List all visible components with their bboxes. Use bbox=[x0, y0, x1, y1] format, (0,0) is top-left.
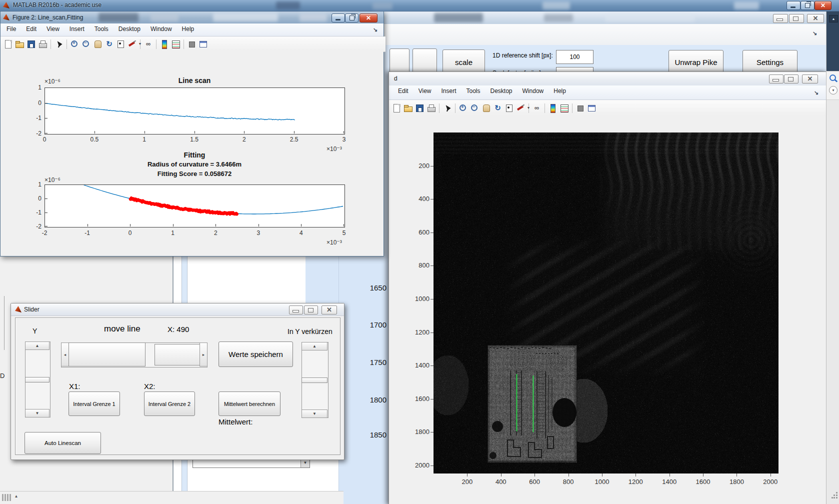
list-item[interactable]: 1750 bbox=[370, 358, 386, 366]
figure-d-titlebar[interactable]: d ✕ bbox=[389, 72, 826, 86]
zoom-in-icon-button[interactable] bbox=[458, 103, 468, 114]
ref-shift-input[interactable] bbox=[556, 50, 594, 64]
figure-d-minimize-button[interactable] bbox=[769, 74, 784, 84]
interval-grenze1-button[interactable]: Interval Grenze 1 bbox=[68, 392, 120, 416]
figure2-titlebar[interactable]: Figure 2: Line_scan,Fitting ✕ bbox=[0, 12, 384, 24]
menu-item-help[interactable]: Help bbox=[177, 24, 200, 34]
auto-linescan-button[interactable]: Auto Linescan bbox=[24, 432, 101, 454]
menu-item-help[interactable]: Help bbox=[548, 86, 571, 96]
slider-right-arrow[interactable]: ► bbox=[200, 342, 208, 366]
brush-icon-button[interactable]: ▾ bbox=[127, 39, 138, 50]
insert-legend-icon-button[interactable] bbox=[559, 103, 570, 114]
gui-minimize-button[interactable] bbox=[773, 14, 788, 23]
main-minimize-button[interactable] bbox=[786, 1, 800, 10]
slider-up-arrow[interactable]: ▲ bbox=[25, 342, 50, 350]
hide-plot-tools-icon-button[interactable] bbox=[575, 103, 586, 114]
menu-item-edit[interactable]: Edit bbox=[21, 24, 42, 34]
slider-down-arrow[interactable]: ▼ bbox=[25, 409, 50, 418]
value-listbox[interactable]: 16501700175018001850 bbox=[338, 255, 389, 504]
insert-colorbar-icon-button[interactable] bbox=[548, 103, 558, 114]
show-plot-tools-icon-button[interactable] bbox=[586, 103, 597, 114]
dropdown-arrow-icon[interactable]: ▾ bbox=[528, 106, 530, 110]
save-figure-icon-button[interactable] bbox=[26, 39, 36, 50]
y-slider-right[interactable]: ▲ ▼ bbox=[302, 342, 328, 418]
menu-item-window[interactable]: Window bbox=[518, 86, 549, 96]
menu-item-tools[interactable]: Tools bbox=[462, 86, 486, 96]
main-close-button[interactable]: ✕ bbox=[814, 1, 832, 10]
list-item[interactable]: 1650 bbox=[370, 284, 386, 292]
collapse-panel-icon[interactable]: ▲ bbox=[829, 15, 838, 22]
show-plot-tools-icon-button[interactable] bbox=[198, 39, 208, 50]
main-restore-button[interactable] bbox=[800, 1, 814, 10]
new-figure-icon-button[interactable] bbox=[3, 39, 14, 50]
menu-item-insert[interactable]: Insert bbox=[436, 86, 461, 96]
slider-thumb[interactable] bbox=[25, 377, 50, 382]
menu-item-view[interactable]: View bbox=[414, 86, 436, 96]
dock-arrow-icon[interactable]: ↘ bbox=[812, 30, 817, 36]
gui-close-button[interactable]: ✕ bbox=[807, 14, 824, 23]
interval-grenze2-button[interactable]: Interval Grenze 2 bbox=[144, 392, 195, 416]
menu-item-desktop[interactable]: Desktop bbox=[486, 86, 518, 96]
menu-item-file[interactable]: File bbox=[2, 24, 21, 34]
menu-item-view[interactable]: View bbox=[42, 24, 64, 34]
edit-cursor-icon-button[interactable] bbox=[54, 39, 64, 50]
menu-item-insert[interactable]: Insert bbox=[64, 24, 90, 34]
menu-item-edit[interactable]: Edit bbox=[393, 86, 414, 96]
mittelwert-berechnen-button[interactable]: Mittelwert berechnen bbox=[218, 392, 280, 416]
werte-speichern-button[interactable]: Werte speichern bbox=[218, 342, 293, 367]
menu-item-window[interactable]: Window bbox=[146, 24, 177, 34]
unwrap-pike-button[interactable]: Unwrap Pike bbox=[668, 50, 724, 74]
brush-icon-button[interactable]: ▾ bbox=[516, 103, 526, 114]
slider-titlebar[interactable]: Slider ✕ bbox=[11, 304, 344, 316]
slider-thumb[interactable] bbox=[68, 342, 146, 366]
rotate3d-icon-button[interactable]: ↻ bbox=[104, 39, 114, 50]
dock-arrow-icon[interactable]: ↘ bbox=[814, 90, 818, 96]
list-item[interactable]: 1800 bbox=[370, 396, 386, 404]
slider-minimize-button[interactable] bbox=[289, 306, 303, 314]
open-file-icon-button[interactable] bbox=[403, 103, 414, 114]
figure2-restore-button[interactable] bbox=[345, 14, 358, 22]
link-plot-icon-button[interactable]: ∞ bbox=[532, 103, 542, 114]
open-file-icon-button[interactable] bbox=[14, 39, 25, 50]
insert-legend-icon-button[interactable] bbox=[170, 39, 181, 50]
menu-item-desktop[interactable]: Desktop bbox=[114, 24, 146, 34]
pan-icon-button[interactable] bbox=[481, 103, 492, 114]
slider-close-button[interactable]: ✕ bbox=[322, 306, 337, 314]
zoom-out-icon-button[interactable] bbox=[81, 39, 92, 50]
dock-arrow-icon[interactable]: ↘ bbox=[373, 26, 378, 33]
zoom-in-icon-button[interactable] bbox=[70, 39, 80, 50]
resize-grip-icon[interactable] bbox=[832, 492, 838, 499]
print-figure-icon-button[interactable] bbox=[426, 103, 436, 114]
wafer-image-canvas[interactable] bbox=[434, 132, 778, 474]
list-item[interactable]: 1700 bbox=[370, 320, 386, 329]
figure2-close-button[interactable]: ✕ bbox=[360, 14, 378, 22]
settings-button[interactable]: Settings bbox=[742, 50, 798, 74]
slider-left-arrow[interactable]: ◄ bbox=[61, 342, 69, 366]
new-figure-icon-button[interactable] bbox=[392, 103, 402, 114]
data-cursor-icon-button[interactable] bbox=[504, 103, 514, 114]
hide-plot-tools-icon-button[interactable] bbox=[186, 39, 197, 50]
dropdown-arrow-icon[interactable]: ▾ bbox=[139, 42, 141, 46]
dropdown-circle-icon[interactable]: ▾ bbox=[829, 86, 838, 94]
data-cursor-icon-button[interactable] bbox=[116, 39, 126, 50]
rotate3d-icon-button[interactable]: ↻ bbox=[492, 103, 503, 114]
menu-item-tools[interactable]: Tools bbox=[90, 24, 114, 34]
print-figure-icon-button[interactable] bbox=[38, 39, 48, 50]
figure-d-close-button[interactable]: ✕ bbox=[802, 74, 818, 84]
figure2-minimize-button[interactable] bbox=[332, 14, 345, 22]
y-slider-left[interactable]: ▲ ▼ bbox=[25, 342, 50, 418]
link-plot-icon-button[interactable]: ∞ bbox=[143, 39, 154, 50]
slider-restore-button[interactable] bbox=[304, 306, 318, 314]
plot1-axes[interactable] bbox=[44, 88, 345, 134]
slider-up-arrow[interactable]: ▲ bbox=[302, 342, 328, 350]
plot2-axes[interactable] bbox=[44, 184, 345, 228]
splitter-grip-icon[interactable]: ▲ bbox=[2, 494, 19, 503]
insert-colorbar-icon-button[interactable] bbox=[159, 39, 170, 50]
main-window-titlebar[interactable]: MATLAB R2016b - academic use ✕ bbox=[0, 0, 839, 12]
zoom-out-icon-button[interactable] bbox=[470, 103, 480, 114]
edit-cursor-icon-button[interactable] bbox=[442, 103, 452, 114]
slider-down-arrow[interactable]: ▼ bbox=[302, 410, 328, 418]
figure-d-restore-button[interactable] bbox=[784, 74, 798, 84]
save-figure-icon-button[interactable] bbox=[414, 103, 425, 114]
pan-icon-button[interactable] bbox=[92, 39, 103, 50]
